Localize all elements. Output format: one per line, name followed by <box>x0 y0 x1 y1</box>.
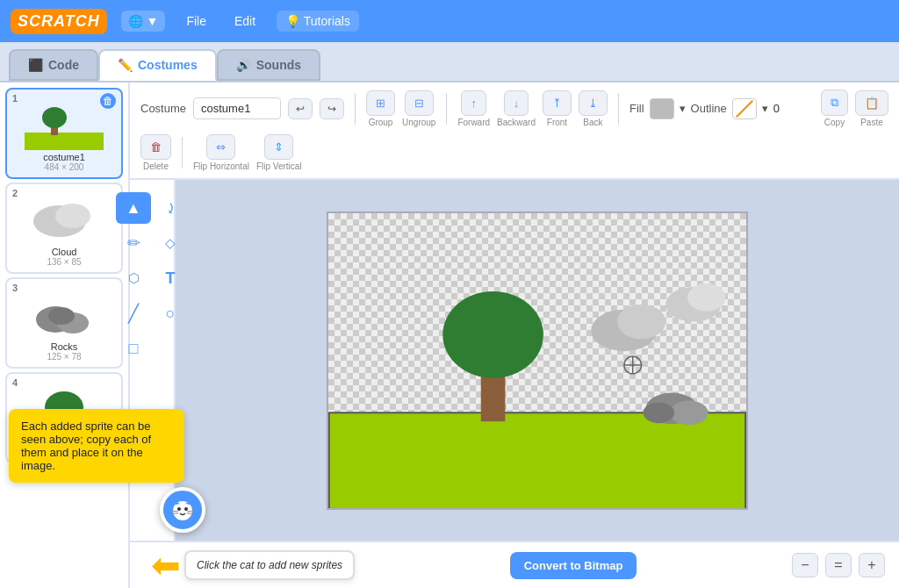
costume-item-3[interactable]: 3 Rocks 125 × 78 <box>5 277 123 369</box>
costume-dims-2: 136 × 85 <box>47 257 81 267</box>
tab-sounds[interactable]: 🔊 Sounds <box>217 49 320 81</box>
outline-section: Outline ▾ 0 <box>691 98 780 119</box>
fill-label: Fill <box>629 102 644 115</box>
copy-label: Copy <box>824 118 845 127</box>
redo-icon: ↪ <box>327 103 336 115</box>
pencil-tool[interactable]: ✏ <box>116 227 151 259</box>
costume-name-input[interactable] <box>193 97 281 119</box>
undo-button[interactable]: ↩ <box>288 98 313 119</box>
arrow-icon: ⬅ <box>151 545 181 585</box>
forward-button[interactable]: ↑ <box>461 90 486 116</box>
costume-num-1: 1 <box>12 93 18 104</box>
svg-point-26 <box>177 507 181 511</box>
group-button[interactable]: ⊞ <box>366 90 395 116</box>
outline-diagonal-line <box>736 100 753 118</box>
tab-code[interactable]: ⬛ Code <box>9 49 98 81</box>
backward-button[interactable]: ↓ <box>504 90 529 116</box>
costume-dims-3: 125 × 78 <box>47 352 81 362</box>
zoom-in-button[interactable]: + <box>859 553 885 577</box>
cat-icon <box>169 496 197 524</box>
flipv-label: Flip Vertical <box>256 161 302 171</box>
sprite-tooltip: Each added sprite can be seen above; cop… <box>9 409 130 483</box>
tab-costumes[interactable]: ✏️ Costumes <box>98 49 217 81</box>
main-content: 1 🗑 costume1 484 × 200 2 Cloud <box>0 82 899 588</box>
costume-name-2: Cloud <box>52 247 77 257</box>
sounds-icon: 🔊 <box>236 58 251 72</box>
svg-point-21 <box>670 400 708 425</box>
copy-button[interactable]: ⧉ <box>821 90 848 116</box>
dropdown-icon: ▾ <box>680 102 686 115</box>
costume-num-4: 4 <box>12 377 18 388</box>
outline-color-swatch[interactable] <box>732 98 757 119</box>
svg-point-4 <box>55 204 90 228</box>
svg-rect-10 <box>329 412 745 508</box>
svg-point-7 <box>48 307 75 325</box>
toolbar-group-back: ⤓ Back <box>579 90 608 127</box>
tab-costumes-label: Costumes <box>138 58 198 72</box>
back-button[interactable]: ⤓ <box>579 90 608 116</box>
zoom-fit-button[interactable]: = <box>825 553 852 577</box>
group-icon: ⊞ <box>376 97 385 110</box>
flip-v-button[interactable]: ⇕ <box>264 134 293 160</box>
costume-num-2: 2 <box>12 188 18 198</box>
canvas-area[interactable] <box>176 180 899 541</box>
scratch-logo: SCRATCH <box>11 9 107 34</box>
backward-label: Backward <box>497 118 536 127</box>
delete-costume-1[interactable]: 🗑 <box>100 93 116 109</box>
costume-thumb-3 <box>25 291 104 340</box>
svg-point-12 <box>442 290 543 377</box>
fliph-label: Flip Horizontal <box>193 161 249 171</box>
zoom-out-button[interactable]: − <box>792 553 818 577</box>
canvas-wrapper: ▲ ⤸ ✏ ◇ ⬡ T ╱ ○ <box>130 180 899 541</box>
delete-icon: 🗑 <box>150 140 162 154</box>
bottom-bar: ⬅ Click the cat to add new sprites Conve… <box>130 541 899 588</box>
code-icon: ⬛ <box>28 58 43 72</box>
costume-label: Costume <box>140 102 186 115</box>
convert-bitmap-button[interactable]: Convert to Bitmap <box>510 552 637 579</box>
file-menu[interactable]: File <box>179 11 213 32</box>
fill-tool[interactable]: ⬡ <box>116 262 151 294</box>
line-tool[interactable]: ╱ <box>116 298 151 329</box>
rect-tool[interactable]: □ <box>116 333 151 364</box>
tutorials-button[interactable]: 💡 Tutorials <box>277 11 359 32</box>
cat-button[interactable] <box>160 487 205 533</box>
scene-svg <box>328 213 746 508</box>
toolbar-group-group: ⊞ Group <box>366 90 395 127</box>
group-label: Group <box>369 118 393 127</box>
sprite-tip-text: Each added sprite can be seen above; cop… <box>21 419 130 472</box>
costume-item-2[interactable]: 2 Cloud 136 × 85 <box>5 183 123 274</box>
paste-button[interactable]: 📋 <box>855 90 888 116</box>
svg-point-16 <box>687 283 725 312</box>
ungroup-button[interactable]: ⊟ <box>405 90 434 116</box>
svg-point-27 <box>184 507 188 511</box>
toolbar-group-copy: ⧉ Copy <box>821 90 848 127</box>
paste-label: Paste <box>860 118 883 127</box>
front-button[interactable]: ⤒ <box>543 90 572 116</box>
toolbar-group-paste: 📋 Paste <box>855 90 888 127</box>
costume-dims-1: 484 × 200 <box>45 162 84 172</box>
edit-menu[interactable]: Edit <box>227 11 263 32</box>
outline-dropdown-icon: ▾ <box>762 102 768 115</box>
outline-label: Outline <box>691 102 727 115</box>
costume-thumb-2 <box>25 197 104 245</box>
delete-label: Delete <box>143 161 169 171</box>
canvas-inner[interactable] <box>327 212 748 510</box>
costume-list: 1 🗑 costume1 484 × 200 2 Cloud <box>0 82 130 588</box>
editor-toolbar: Costume ↩ ↪ ⊞ Group ⊟ Ungroup <box>130 82 899 180</box>
svg-point-14 <box>617 304 665 339</box>
costume-thumb-1 <box>25 102 104 150</box>
toolbar-group-fliph: ⇔ Flip Horizontal <box>193 134 249 171</box>
flip-h-button[interactable]: ⇔ <box>206 134 235 160</box>
costume-item-1[interactable]: 1 🗑 costume1 484 × 200 <box>5 88 123 179</box>
delete-button[interactable]: 🗑 <box>140 134 171 160</box>
outline-value: 0 <box>773 102 780 115</box>
forward-label: Forward <box>457 118 490 127</box>
language-button[interactable]: 🌐 ▼ <box>121 11 166 32</box>
toolbar-group-forward: ↑ Forward <box>457 90 490 127</box>
flip-h-icon: ⇔ <box>216 140 226 154</box>
tools-panel: ▲ ⤸ ✏ ◇ ⬡ T ╱ ○ <box>130 180 176 541</box>
editor-area: Costume ↩ ↪ ⊞ Group ⊟ Ungroup <box>130 82 899 588</box>
fill-color-swatch[interactable] <box>650 98 674 119</box>
select-tool[interactable]: ▲ <box>116 192 151 224</box>
redo-button[interactable]: ↪ <box>320 98 344 119</box>
